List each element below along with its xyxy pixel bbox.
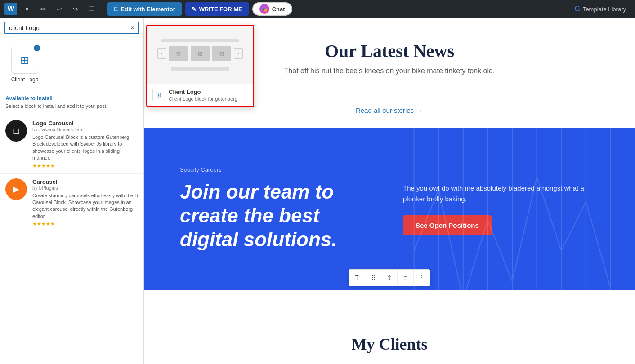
- preview-icon-symbol: ⊞: [156, 91, 161, 98]
- write-for-me-label: WRITE FOR ME: [199, 6, 242, 13]
- plugin-stars: ★★★★★: [32, 163, 138, 169]
- client-logo-label: Client Logo: [11, 76, 39, 83]
- preview-block-icon: ⊞: [152, 89, 165, 101]
- write-for-me-button[interactable]: ✎ WRITE FOR ME: [185, 2, 249, 16]
- preview-info: ⊞ Client Logo Client Logo block for gute…: [147, 84, 253, 106]
- toolbar-grid-button[interactable]: ⠿: [365, 270, 381, 286]
- careers-left: Seocify Careers Join our team to create …: [180, 166, 376, 251]
- careers-section: Seocify Careers Join our team to create …: [144, 128, 635, 290]
- see-open-positions-button[interactable]: See Open Positions: [403, 215, 492, 235]
- available-title: Available to Install: [5, 95, 138, 102]
- plugin-item-carousel[interactable]: ▶ Carousel by bPlugins Create stunning c…: [0, 173, 143, 232]
- plugin-author: by Zakaria Binsaifullah: [32, 127, 138, 132]
- toolbar-align-icon: ≡: [403, 274, 407, 281]
- preview-text: Client Logo Client Logo block for gutenb…: [169, 89, 239, 102]
- google-icon: G: [574, 5, 580, 13]
- preview-bar-bottom: [171, 67, 229, 71]
- plugin-name-2: Carousel: [32, 178, 138, 185]
- undo-button[interactable]: ↩: [53, 3, 66, 15]
- toolbar-text-icon: T̈: [355, 275, 358, 281]
- template-library-button[interactable]: G Template Library: [570, 2, 631, 16]
- preview-block-name: Client Logo: [169, 89, 239, 95]
- toolbar-text-button[interactable]: T̈: [349, 270, 365, 286]
- template-library-label: Template Library: [583, 6, 626, 13]
- redo-button[interactable]: ↪: [69, 3, 82, 15]
- toolbar-more-icon: ⋮: [419, 274, 425, 281]
- careers-label: Seocify Careers: [180, 166, 376, 173]
- sidebar: × ⊞ ↑ Client Logo Available to Install S…: [0, 18, 144, 364]
- toolbar-more-button[interactable]: ⋮: [414, 270, 430, 286]
- available-section: Available to Install Select a block to i…: [0, 92, 143, 115]
- chat-label: Chat: [272, 6, 285, 13]
- carousel-thumb: ▶: [5, 178, 27, 200]
- plugin-desc-2: Create stunning carousels effortlessly w…: [32, 192, 138, 220]
- available-desc: Select a block to install and add it to …: [5, 103, 138, 109]
- preview-tooltip: ‹ 🖼 🖼 🖼 › ⊞ Client Logo Client Logo bloc…: [146, 25, 254, 107]
- read-all-text: Read all our stories: [356, 107, 414, 114]
- write-icon: ✎: [192, 6, 197, 13]
- client-logo-icon: ⊞: [20, 54, 29, 67]
- read-all-link[interactable]: Read all our stories →: [356, 107, 423, 114]
- search-bar: ×: [4, 22, 139, 34]
- toolbar-container: T̈ ⠿ ⇕ ≡ ⋮: [144, 290, 635, 317]
- careers-headline: Join our team to create the best digital…: [180, 180, 376, 251]
- wp-logo-icon: W: [4, 3, 17, 15]
- next-arrow-icon[interactable]: ›: [234, 48, 243, 59]
- clear-search-icon[interactable]: ×: [130, 24, 134, 31]
- preview-block-desc: Client Logo block for gutenberg.: [169, 96, 239, 102]
- client-logo-icon-box: ⊞ ↑: [11, 47, 38, 74]
- plugin-desc: Logo Carousel Block is a custom Gutenber…: [32, 134, 138, 162]
- careers-desc: The you owt do with me absolutely blader…: [403, 183, 599, 204]
- main-layout: × ⊞ ↑ Client Logo Available to Install S…: [0, 18, 635, 364]
- edit-elementor-label: Edit with Elementor: [121, 6, 175, 13]
- toolbar-align-button[interactable]: ≡: [398, 270, 414, 286]
- preview-image-row: ‹ 🖼 🖼 🖼 ›: [157, 46, 243, 61]
- clients-title: My Clients: [162, 335, 617, 354]
- prev-arrow-icon[interactable]: ‹: [157, 48, 166, 59]
- toolbar-grid-icon: ⠿: [371, 274, 376, 281]
- client-logo-block[interactable]: ⊞ ↑ Client Logo: [4, 42, 45, 87]
- plugin-carousel-info: Carousel by bPlugins Create stunning car…: [32, 178, 138, 227]
- logo-carousel-icon: ◻: [13, 126, 20, 136]
- preview-img-2: 🖼: [191, 46, 210, 61]
- menu-button[interactable]: ☰: [85, 3, 98, 15]
- block-badge: ↑: [34, 45, 40, 51]
- plugin-name: Logo Carousel: [32, 120, 138, 127]
- pencil-icon-button[interactable]: ✏: [37, 3, 49, 15]
- toolbar-move-button[interactable]: ⇕: [381, 270, 398, 286]
- elementor-e-icon: E: [114, 5, 118, 13]
- topbar: W × ✏ ↩ ↪ ☰ E Edit with Elementor ✎ WRIT…: [0, 0, 635, 18]
- chat-button[interactable]: 🎭 Chat: [252, 2, 292, 16]
- search-input[interactable]: [9, 24, 128, 31]
- plugin-author-2: by bPlugins: [32, 185, 138, 191]
- carousel-icon: ▶: [13, 184, 19, 194]
- blocks-grid: ⊞ ↑ Client Logo: [0, 38, 143, 92]
- read-all-arrow-icon: →: [416, 107, 423, 114]
- block-toolbar: T̈ ⠿ ⇕ ≡ ⋮: [349, 269, 430, 286]
- logo-carousel-thumb: ◻: [5, 120, 27, 142]
- careers-right: The you owt do with me absolutely blader…: [403, 183, 599, 235]
- preview-img-1: 🖼: [169, 46, 188, 61]
- see-positions-label: See Open Positions: [416, 222, 479, 229]
- preview-bar-top: [161, 39, 239, 42]
- divider: [103, 4, 103, 13]
- plugin-logo-carousel-info: Logo Carousel by Zakaria Binsaifullah Lo…: [32, 120, 138, 169]
- preview-image-area: ‹ 🖼 🖼 🖼 ›: [147, 26, 253, 84]
- clients-section: My Clients: [144, 317, 635, 364]
- edit-elementor-button[interactable]: E Edit with Elementor: [107, 2, 182, 16]
- preview-img-3: 🖼: [212, 46, 231, 61]
- plugin-stars-2: ★★★★★: [32, 221, 138, 227]
- close-button[interactable]: ×: [21, 3, 33, 15]
- toolbar-move-icon: ⇕: [387, 274, 392, 281]
- plugin-item-logo-carousel[interactable]: ◻ Logo Carousel by Zakaria Binsaifullah …: [0, 115, 143, 173]
- chat-avatar-icon: 🎭: [259, 4, 269, 14]
